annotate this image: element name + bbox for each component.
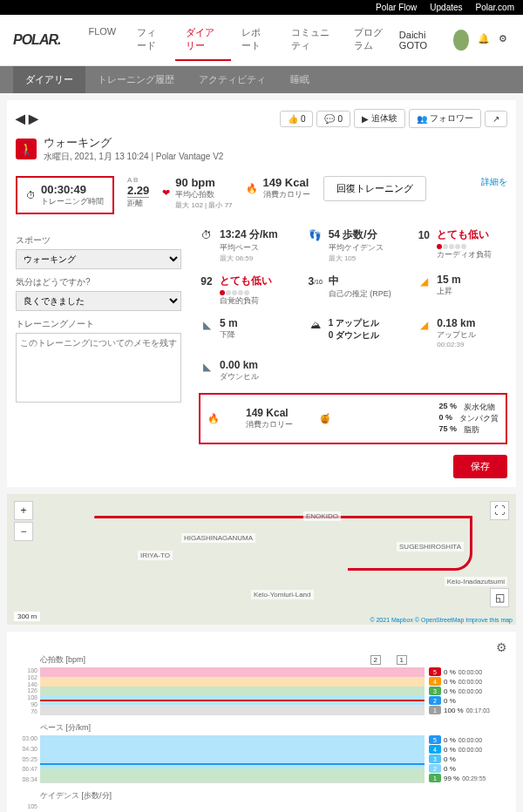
map-attribution[interactable]: © 2021 Mapbox © OpenStreetMap Improve th… <box>370 617 513 623</box>
share-button[interactable]: ↗ <box>485 111 507 127</box>
pace-icon: ⏱ <box>199 227 214 243</box>
feel-select[interactable]: 良くできました <box>16 291 181 311</box>
hills-icon: ⛰ <box>308 317 323 333</box>
prev-arrow[interactable]: ◀ <box>16 112 25 125</box>
sport-select[interactable]: ウォーキング <box>16 249 181 269</box>
recovery-button[interactable]: 回復トレーニング <box>323 176 426 201</box>
relive-button[interactable]: ▶ 追体験 <box>354 109 405 128</box>
notifications-icon[interactable]: 🔔 <box>478 33 490 47</box>
session-date: 水曜日, 2021, 1月 13 10:24 | Polar Vantage V… <box>44 151 223 163</box>
feel-label: 気分はどうですか? <box>16 276 181 288</box>
note-textarea[interactable] <box>16 333 181 403</box>
settings-icon[interactable]: ⚙ <box>499 33 510 47</box>
nutrition-icon: 🍯 <box>319 413 331 424</box>
nav-item[interactable]: ダイアリー <box>175 19 231 61</box>
topbar-updates[interactable]: Updates <box>430 3 462 12</box>
next-arrow[interactable]: ▶ <box>29 112 38 125</box>
zoom-out-button[interactable]: − <box>14 522 33 541</box>
subnav-item[interactable]: 睡眠 <box>278 66 322 93</box>
nav-item[interactable]: プログラム <box>343 19 399 61</box>
cal-stat: 🔥 149 Kcal消費カロリー <box>246 176 310 200</box>
sport-label: スポーツ <box>16 234 181 247</box>
downhill-icon: ◣ <box>199 359 214 375</box>
rpe-icon: 92 <box>199 274 214 289</box>
subnav-item[interactable]: アクティビティ <box>187 66 278 93</box>
logo[interactable]: POLAR. <box>13 32 60 48</box>
descent-icon: ◣ <box>199 317 214 333</box>
nav-item[interactable]: コミュニティ <box>281 19 343 61</box>
ascent-icon: ◢ <box>416 274 431 289</box>
layers-button[interactable]: ◱ <box>490 588 509 607</box>
nav-item[interactable]: レポート <box>231 19 280 61</box>
nav-item[interactable]: FLOW <box>78 19 126 61</box>
subnav-item[interactable]: トレーニング履歴 <box>85 66 187 93</box>
charts-section: ⚙ 心拍数 [bpm]18016214612610890761250 %00:0… <box>7 632 516 812</box>
flame-icon: 🔥 <box>246 183 258 194</box>
user-name[interactable]: Daichi GOTO <box>399 30 445 51</box>
metrics-grid: ⏱13:24 分/km平均ペース最大 06:59 👣54 歩数/分平均ケイデンス… <box>199 227 507 444</box>
map-scale: 300 m <box>14 612 40 621</box>
nav-item[interactable]: フィード <box>126 19 175 61</box>
topbar-flow[interactable]: Polar Flow <box>376 3 417 12</box>
duration-stat: ⏱ 00:30:49トレーニング時間 <box>16 176 114 214</box>
walking-icon: 🚶 <box>16 139 37 159</box>
hr-stat: ❤ 90 bpm平均心拍数最大 102 | 最小 77 <box>162 176 232 210</box>
zoom-in-button[interactable]: + <box>14 501 33 520</box>
session-title: ウォーキング <box>44 135 223 151</box>
uphill-icon: ◢ <box>416 317 431 333</box>
subnav: ダイアリートレーニング履歴アクティビティ睡眠 <box>0 66 523 93</box>
rpe-mid-icon: 3/10 <box>308 274 323 289</box>
stopwatch-icon: ⏱ <box>26 190 36 200</box>
load-icon: 10 <box>416 227 431 243</box>
map[interactable]: + − ⛶ ◱ ENOKIDO HIGASHINAGANUMA IRIYA-TO… <box>7 494 516 625</box>
subnav-item[interactable]: ダイアリー <box>13 66 85 93</box>
topbar-polar[interactable]: Polar.com <box>476 3 514 12</box>
comment-button[interactable]: 💬 0 <box>316 111 350 127</box>
fullscreen-button[interactable]: ⛶ <box>490 501 509 520</box>
chart-settings-icon[interactable]: ⚙ <box>496 640 507 654</box>
macro-box: 🔥 149 Kcal消費カロリー 🍯 25 %炭水化物 0 %タンパク質 75 … <box>199 393 507 444</box>
cadence-icon: 👣 <box>308 227 323 243</box>
detail-link[interactable]: 詳細を <box>481 176 507 188</box>
distance-stat: A B2.29距離 <box>127 176 149 209</box>
save-button[interactable]: 保存 <box>453 455 507 478</box>
avatar[interactable] <box>453 30 470 51</box>
heart-icon: ❤ <box>162 187 170 199</box>
flame-icon: 🔥 <box>207 413 220 424</box>
like-button[interactable]: 👍 0 <box>280 111 314 127</box>
note-label: トレーニングノート <box>16 318 181 330</box>
nav-items: FLOWフィードダイアリーレポートコミュニティプログラム <box>78 19 398 61</box>
followers-button[interactable]: 👥 フォロワー <box>409 109 481 128</box>
